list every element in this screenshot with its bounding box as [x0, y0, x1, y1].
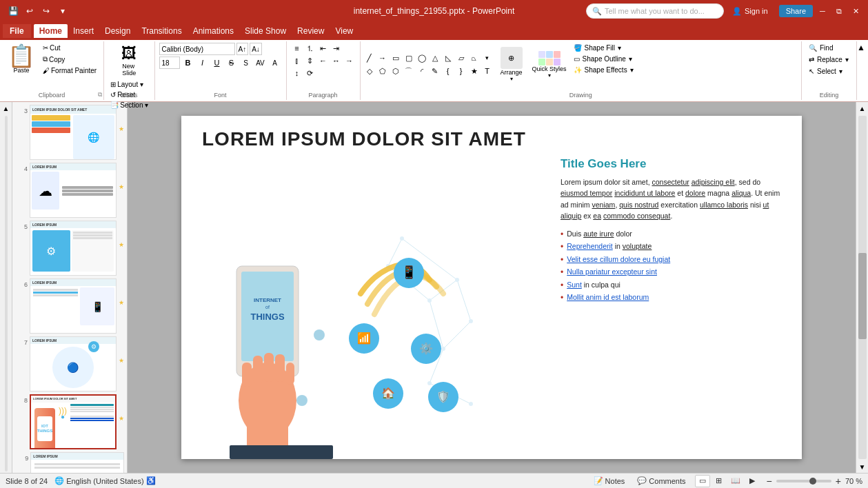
strikethrough-button[interactable]: S [225, 57, 239, 69]
tab-insert[interactable]: Insert [68, 24, 99, 38]
zoom-in-button[interactable]: + [834, 476, 842, 487]
line-spacing-button[interactable]: ↕ [291, 68, 303, 79]
comments-button[interactable]: 💬 Comments [634, 475, 689, 487]
slide-thumbnail-4[interactable]: LOREM IPSUM ☁ [30, 163, 117, 218]
slide-thumbnail-8[interactable]: LOREM IPSUM DOLOR SIT AMET IOTTHINGS )))… [30, 394, 117, 449]
slide-thumbnail-7[interactable]: LOREM IPSUM 🔵 ⚙ [30, 336, 117, 392]
section-button[interactable]: 📑Section▾ [108, 101, 150, 110]
shape-effects-button[interactable]: ✨ Shape Effects ▾ [571, 65, 640, 75]
bullet-link-4[interactable]: Nulla pariatur excepteur sint [567, 267, 657, 276]
share-button[interactable]: Share [779, 5, 813, 17]
tab-home[interactable]: Home [34, 24, 68, 38]
scroll-down-right-button[interactable]: ▼ [856, 460, 869, 473]
shape-rect[interactable]: ▭ [390, 52, 402, 64]
clipboard-expand-icon[interactable]: ⧉ [98, 91, 102, 99]
minimize-button[interactable]: ─ [816, 4, 829, 18]
vertical-scrollbar-track[interactable] [858, 116, 867, 459]
format-painter-button[interactable]: 🖌Format Painter [40, 65, 99, 76]
shape-star[interactable]: ★ [468, 65, 481, 77]
increase-font-button[interactable]: A↑ [236, 43, 249, 55]
bullet-link-6[interactable]: Mollit anim id est laborum [567, 293, 649, 301]
slide-thumbnail-9[interactable]: LOREM IPSUM [30, 452, 124, 473]
shape-trap[interactable]: ⏢ [468, 52, 481, 64]
numbered-list-button[interactable]: ⒈ [304, 43, 316, 54]
paste-button[interactable]: 📋 Paste [4, 43, 39, 76]
shape-parallelogram[interactable]: ▱ [455, 52, 467, 64]
scroll-up-right-button[interactable]: ▲ [856, 102, 869, 114]
bullet-link-3[interactable]: Velit esse cillum dolore eu fugiat [567, 255, 670, 263]
quick-styles-button[interactable]: Quick Styles ▾ [529, 50, 569, 80]
slideshow-view-button[interactable]: ▶ [745, 475, 760, 487]
charspacing-button[interactable]: AV [254, 57, 268, 69]
customize-qat-button[interactable]: ▾ [55, 3, 70, 19]
find-button[interactable]: 🔍 Find [806, 43, 852, 53]
collapse-ribbon-button[interactable]: ▲ [857, 41, 868, 100]
undo-button[interactable]: ↩ [22, 3, 37, 19]
shape-triangle[interactable]: △ [429, 52, 441, 64]
copy-button[interactable]: ⧉Copy [40, 54, 99, 65]
close-button[interactable]: ✕ [849, 4, 862, 18]
scroll-up-button[interactable]: ▲ [0, 102, 12, 114]
shape-line[interactable]: ╱ [363, 52, 376, 64]
layout-button[interactable]: ⊞Layout ▾ [108, 80, 150, 89]
slide-thumbnail-3[interactable]: LOREM IPSUM DOLOR SIT AMET 🌐 [30, 105, 117, 160]
shape-textbox[interactable]: T [481, 65, 494, 77]
tab-animations[interactable]: Animations [188, 24, 239, 38]
tab-transitions[interactable]: Transitions [136, 24, 187, 38]
bullet-list-button[interactable]: ≡ [291, 43, 303, 54]
columns-button[interactable]: ⫿ [291, 55, 303, 66]
shape-fill-button[interactable]: 🪣 Shape Fill ▾ [571, 43, 640, 53]
italic-button[interactable]: I [196, 57, 210, 69]
align-left-button[interactable]: ← [317, 55, 330, 66]
save-button[interactable]: 💾 [6, 3, 21, 19]
text-direction-button[interactable]: ⇕ [304, 55, 316, 66]
shape-roundrect[interactable]: ▢ [403, 52, 415, 64]
bold-button[interactable]: B [181, 57, 195, 69]
tab-design[interactable]: Design [99, 24, 136, 38]
increase-indent-button[interactable]: ⇥ [330, 43, 343, 54]
shapes-more-button[interactable]: ▾ [481, 52, 494, 64]
restore-button[interactable]: ⧉ [832, 4, 846, 18]
smartart-convert-button[interactable]: ⟳ [304, 68, 316, 79]
slide-thumbnail-5[interactable]: LOREM IPSUM ⚙ [30, 221, 117, 276]
tab-review[interactable]: Review [292, 24, 330, 38]
replace-button[interactable]: ⇄ Replace ▾ [806, 54, 852, 65]
shape-diamond[interactable]: ◇ [363, 65, 376, 77]
redo-button[interactable]: ↪ [39, 3, 54, 19]
zoom-out-button[interactable]: − [765, 476, 774, 487]
tell-me-search[interactable]: 🔍 Tell me what you want to do... [586, 3, 724, 19]
shape-brace[interactable]: } [455, 65, 467, 77]
language-indicator[interactable]: 🌐 English (United States) ♿ [54, 476, 156, 485]
font-size-input[interactable] [159, 57, 180, 69]
bullet-link-5[interactable]: Sunt [567, 281, 582, 289]
shape-hexagon[interactable]: ⬡ [390, 65, 402, 77]
font-name-input[interactable] [159, 43, 235, 55]
shape-oval[interactable]: ◯ [416, 52, 428, 64]
decrease-indent-button[interactable]: ⇤ [317, 43, 330, 54]
slide-thumbnail-6[interactable]: LOREM IPSUM 📱 [30, 278, 117, 334]
notes-button[interactable]: 📝 Notes [590, 475, 629, 487]
shape-outline-button[interactable]: ▭ Shape Outline ▾ [571, 54, 640, 64]
bullet-link-2[interactable]: Reprehenderit [567, 242, 613, 250]
new-slide-button[interactable]: 🖼 NewSlide [108, 43, 150, 79]
align-center-button[interactable]: ↔ [330, 55, 343, 66]
normal-view-button[interactable]: ▭ [695, 475, 710, 487]
underline-button[interactable]: U [210, 57, 224, 69]
slide-sorter-button[interactable]: ⊞ [711, 475, 727, 487]
shape-bracket[interactable]: { [442, 65, 454, 77]
select-button[interactable]: ↖ Select ▾ [806, 66, 852, 77]
shape-rtriangle[interactable]: ◺ [442, 52, 454, 64]
decrease-font-button[interactable]: A↓ [250, 43, 262, 55]
tab-slideshow[interactable]: Slide Show [239, 24, 292, 38]
zoom-slider[interactable] [776, 480, 831, 482]
shape-arc[interactable]: ◜ [416, 65, 428, 77]
arrange-button[interactable]: ⊕ Arrange ▾ [498, 45, 525, 83]
file-menu[interactable]: File [3, 24, 31, 38]
shape-curve[interactable]: ⌒ [403, 65, 415, 77]
reading-view-button[interactable]: 📖 [728, 475, 743, 487]
shadow-button[interactable]: S [239, 57, 253, 69]
shape-arrow[interactable]: → [376, 52, 389, 64]
align-right-button[interactable]: → [343, 55, 356, 66]
shape-pentagon[interactable]: ⬠ [376, 65, 389, 77]
tab-view[interactable]: View [330, 24, 359, 38]
